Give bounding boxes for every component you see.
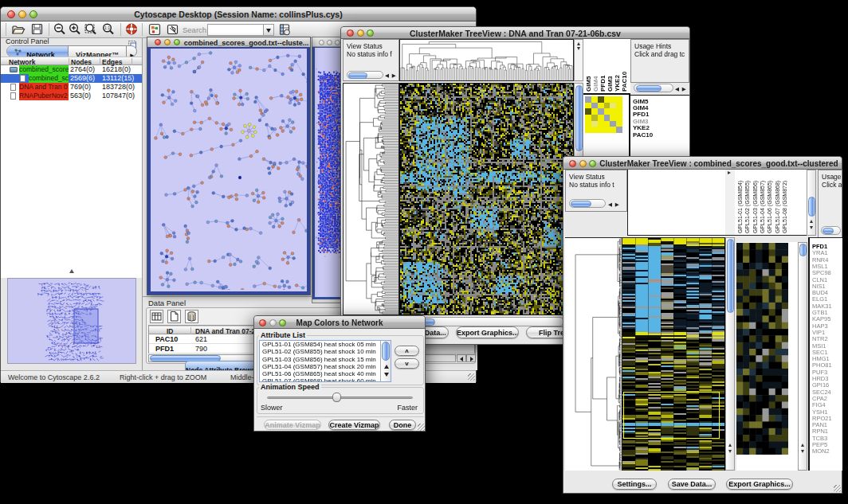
attribute-list-item[interactable]: GPL51-06 (GSM865) heat shock 40 min (260, 370, 391, 377)
network-table-row[interactable]: combined_scores_2764(0)16218(0) (1, 65, 142, 74)
tv2-column-label[interactable]: GPL51-06 (GSM865) (766, 181, 773, 233)
minimize-button[interactable] (327, 40, 332, 45)
map-dialog-resize-grip[interactable] (418, 424, 425, 431)
minimize-button[interactable] (579, 160, 587, 167)
new-attribute-icon-button[interactable] (167, 310, 181, 323)
network-table-row[interactable]: combined_sco2569(6)13112(15) (1, 74, 142, 83)
tv1-usage-scroll-arrows[interactable]: ◀ ▶ (675, 86, 687, 92)
splitter-arrow-icon[interactable] (69, 269, 74, 273)
tv2-save-data-button[interactable]: Save Data... (668, 479, 716, 490)
speed-slider-thumb[interactable] (332, 393, 341, 402)
tv1-column-label[interactable]: GIM3 (607, 76, 614, 92)
tv2-column-label[interactable]: GPL51-04 (GSM857) (759, 181, 766, 233)
tv2-export-graphics-button[interactable]: Export Graphics... (726, 479, 793, 490)
tv2-status-scroll-arrows[interactable]: ◀ ▶ (608, 201, 620, 208)
close-button[interactable] (155, 39, 161, 45)
open-folder-icon[interactable] (11, 22, 26, 37)
tv1-column-dendrogram[interactable] (399, 39, 574, 81)
tv2-column-label[interactable]: GPL51-03 (GSM856) (752, 181, 759, 233)
zoom-out-icon[interactable] (53, 22, 67, 37)
attribute-list-item[interactable]: GPL51-07 (GSM868) heat shock 60 min (260, 377, 391, 382)
network1-view[interactable] (147, 47, 310, 295)
scroll-up-icon[interactable] (384, 365, 389, 369)
scroll-up-icon[interactable] (810, 220, 813, 223)
attribute-list-item[interactable]: GPL51-01 (GSM854) heat shock 05 min (260, 341, 391, 348)
zoom-in-icon[interactable] (68, 22, 82, 37)
tv1-usage-scroll-thumb[interactable] (636, 85, 662, 92)
lifering-icon[interactable] (124, 22, 139, 37)
tv2-zoom-vscrollbar[interactable] (798, 242, 807, 471)
map-dialog-titlebar[interactable]: Map Colors to Network (254, 316, 425, 329)
tab-vizmapper[interactable]: VizMapper™ (69, 46, 126, 57)
tv2-zoom-heatmap[interactable] (736, 243, 788, 455)
move-down-button[interactable]: v (395, 358, 419, 369)
attribute-list-scrollbar[interactable] (380, 341, 391, 381)
tv1-row-dendrogram[interactable] (343, 83, 399, 315)
annotation-icon[interactable] (166, 22, 180, 37)
zoom-actual-icon[interactable]: 1:1 (101, 22, 116, 37)
tv1-column-label[interactable]: GIM4 (592, 76, 599, 92)
tv1-status-scroll-thumb[interactable] (348, 72, 367, 79)
tv2-column-dendrogram[interactable] (627, 170, 725, 236)
tv2-row-dendrogram[interactable] (565, 237, 622, 471)
hscroll-right-arrow[interactable] (466, 354, 476, 362)
tab-network[interactable]: Network (7, 46, 69, 57)
scroll-down-icon[interactable] (384, 373, 389, 377)
network-table-row[interactable]: DNA and Tran 07769(0)183728(0) (1, 83, 142, 92)
treeview2-resize-grip[interactable] (834, 485, 841, 492)
search-dropdown-button[interactable] (264, 24, 274, 36)
treeview2-titlebar[interactable]: ClusterMaker TreeView : combined_scores_… (563, 157, 842, 170)
tv2-status-scrollbar[interactable] (569, 199, 606, 208)
tv1-vscroll-thumb[interactable] (575, 85, 583, 151)
done-button[interactable]: Done (389, 420, 416, 430)
tv2-gene-label[interactable]: MON2 (812, 448, 830, 455)
animate-vizmap-button[interactable]: Animate Vizmap (264, 420, 321, 430)
scroll-up-icon[interactable] (577, 42, 580, 45)
tv2-labels-vscroll-thumb[interactable] (808, 197, 815, 217)
attribute-listbox[interactable]: GPL51-01 (GSM854) heat shock 05 minGPL51… (259, 340, 391, 382)
tab-overflow-button[interactable]: ▶ (126, 46, 137, 57)
tv1-row-label[interactable]: PAC10 (633, 131, 653, 139)
tv2-global-vscroll-thumb[interactable] (727, 239, 734, 313)
splitter-handle[interactable] (1, 264, 142, 278)
scroll-down-icon[interactable] (577, 47, 580, 50)
tv2-labels-vscrollbar[interactable] (807, 170, 816, 236)
main-titlebar[interactable]: Cytoscape Desktop (Session Name: collins… (1, 7, 476, 21)
tv2-column-label[interactable]: GPL51-01 (GSM854) (736, 181, 744, 233)
tv1-column-label[interactable]: PAC10 (621, 72, 628, 92)
attribute-list-item[interactable]: GPL51-02 (GSM855) heat shock 10 min (260, 348, 391, 355)
tv2-zoom-vscroll-thumb[interactable] (799, 244, 807, 256)
zoom-fit-icon[interactable] (84, 22, 98, 37)
attribute-list-scroll-thumb[interactable] (382, 342, 390, 361)
zoom-button[interactable] (174, 39, 180, 45)
scroll-down-icon[interactable] (728, 450, 732, 453)
tv1-usage-scrollbar[interactable] (634, 84, 673, 92)
tv1-export-graphics-button[interactable]: Export Graphics... (456, 326, 519, 338)
network-table-row[interactable]: RNAPuberNov2+I563(0)107847(0) (1, 92, 142, 100)
main-window-resize-grip[interactable] (468, 373, 475, 381)
delete-attribute-icon-button[interactable] (185, 310, 198, 323)
zoom-button[interactable] (335, 40, 340, 45)
tv1-column-label[interactable]: GIM5 (585, 76, 592, 92)
tv1-label-scroll-strip[interactable] (574, 39, 583, 81)
scroll-right-icon[interactable] (728, 171, 731, 174)
zoom-button[interactable] (589, 160, 596, 167)
tv2-status-scroll-thumb[interactable] (571, 201, 591, 207)
tv1-correlation-matrix[interactable] (585, 96, 622, 133)
create-vizmap-button[interactable]: Create Vizmap (328, 420, 380, 430)
tv1-heatmap[interactable] (399, 83, 574, 315)
import-table-icon[interactable] (277, 22, 292, 37)
tv1-column-label[interactable]: PFD1 (599, 76, 607, 92)
treeview1-titlebar[interactable]: ClusterMaker TreeView : DNA and Tran 07-… (341, 27, 689, 39)
save-icon[interactable] (30, 22, 45, 37)
scroll-up-icon[interactable] (801, 443, 804, 447)
tv1-column-label[interactable]: YKE2 (614, 75, 621, 92)
attribute-list-item[interactable]: GPL51-04 (GSM857) heat shock 20 min (260, 363, 391, 370)
hscroll-left-arrow[interactable] (457, 354, 466, 362)
close-button[interactable] (319, 40, 324, 45)
tv2-column-label[interactable]: GPL51-07 (GSM868) (774, 181, 781, 233)
tv2-settings-button[interactable]: Settings... (612, 479, 657, 490)
tv1-status-scrollbar[interactable] (347, 71, 383, 79)
scroll-down-icon[interactable] (810, 226, 813, 229)
tv2-global-vscrollbar[interactable] (725, 237, 735, 471)
